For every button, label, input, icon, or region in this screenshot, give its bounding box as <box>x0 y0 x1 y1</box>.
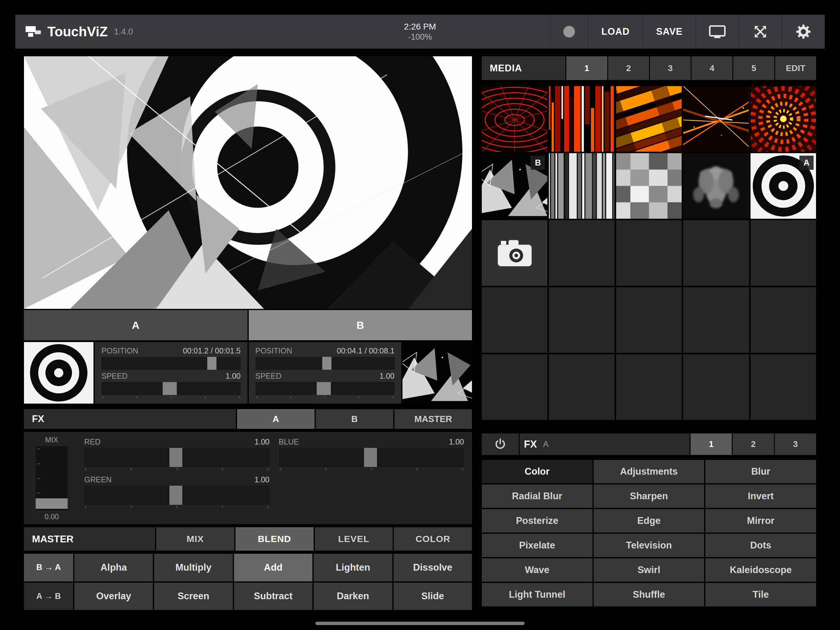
display-output-button[interactable] <box>695 15 739 49</box>
save-button[interactable]: SAVE <box>643 15 695 49</box>
slider-handle[interactable] <box>317 382 331 395</box>
media-empty-cell[interactable] <box>683 287 749 353</box>
media-tab-edit[interactable]: EDIT <box>775 56 816 80</box>
fx-channel-master-tab[interactable]: MASTER <box>395 409 472 429</box>
slider-handle[interactable] <box>36 499 68 509</box>
effect-light-tunnel[interactable]: Light Tunnel <box>482 583 592 606</box>
media-thumb-gray-bars[interactable] <box>549 153 614 219</box>
media-thumb-inkblot[interactable] <box>683 153 749 219</box>
deck-b-button[interactable]: B <box>249 310 472 340</box>
media-empty-cell[interactable] <box>482 287 547 353</box>
media-thumb-red-glitch-bars[interactable] <box>549 86 614 152</box>
blend-mode-add[interactable]: Add <box>234 554 313 581</box>
media-empty-cell[interactable] <box>683 355 749 420</box>
blend-mode-alpha[interactable]: Alpha <box>74 554 153 581</box>
blend-mode-overlay[interactable]: Overlay <box>74 583 153 610</box>
effect-shuffle[interactable]: Shuffle <box>594 583 704 606</box>
media-thumb-bullseye[interactable]: A <box>750 153 816 219</box>
routing-b-to-a-button[interactable]: B → A <box>24 554 73 581</box>
master-tab-color[interactable]: COLOR <box>394 527 472 551</box>
blend-mode-screen[interactable]: Screen <box>154 583 232 610</box>
media-empty-cell[interactable] <box>549 355 614 420</box>
slider-handle[interactable] <box>169 448 182 467</box>
effect-mirror[interactable]: Mirror <box>705 509 816 532</box>
media-empty-cell[interactable] <box>549 287 614 353</box>
effect-blur[interactable]: Blur <box>705 460 816 483</box>
media-empty-cell[interactable] <box>616 287 682 353</box>
blend-mode-subtract[interactable]: Subtract <box>234 583 313 610</box>
deck-b-position-slider[interactable] <box>256 357 395 370</box>
settings-button[interactable] <box>782 15 825 49</box>
media-tab-2[interactable]: 2 <box>608 56 649 80</box>
fx-power-button[interactable] <box>482 434 519 455</box>
green-slider[interactable] <box>84 486 270 505</box>
effect-television[interactable]: Television <box>594 534 704 557</box>
red-slider[interactable] <box>84 448 270 467</box>
effect-tile[interactable]: Tile <box>705 583 816 606</box>
mix-slider[interactable] <box>36 446 68 511</box>
media-empty-cell[interactable] <box>616 355 682 420</box>
master-tab-level[interactable]: LEVEL <box>315 527 393 551</box>
fullscreen-button[interactable] <box>739 15 782 49</box>
fx-page-1-tab[interactable]: 1 <box>691 434 732 455</box>
blend-mode-slide[interactable]: Slide <box>393 583 472 610</box>
media-tab-5[interactable]: 5 <box>733 56 774 80</box>
media-empty-cell[interactable] <box>549 220 614 286</box>
blend-mode-darken[interactable]: Darken <box>314 583 392 610</box>
slider-handle[interactable] <box>322 357 332 370</box>
blend-mode-lighten[interactable]: Lighten <box>314 554 392 581</box>
master-tab-mix[interactable]: MIX <box>156 527 234 551</box>
slider-handle[interactable] <box>207 357 216 370</box>
effect-swirl[interactable]: Swirl <box>594 558 704 582</box>
fx-page-2-tab[interactable]: 2 <box>733 434 774 455</box>
media-empty-cell[interactable] <box>482 355 547 420</box>
deck-a-thumbnail[interactable] <box>24 342 93 404</box>
deck-a-speed-slider[interactable] <box>101 382 241 395</box>
blue-slider[interactable] <box>279 448 464 467</box>
master-tab-blend[interactable]: BLEND <box>235 527 314 551</box>
slider-handle[interactable] <box>364 448 377 467</box>
blend-mode-multiply[interactable]: Multiply <box>154 554 232 581</box>
effect-sharpen[interactable]: Sharpen <box>594 484 704 508</box>
effect-pixelate[interactable]: Pixelate <box>482 534 592 557</box>
effect-edge[interactable]: Edge <box>594 509 704 532</box>
media-tab-3[interactable]: 3 <box>650 56 691 80</box>
media-thumb-red-wireframe[interactable] <box>482 86 547 152</box>
media-thumb-triangles[interactable]: B <box>482 153 547 219</box>
media-thumb-light-streaks[interactable] <box>683 86 749 152</box>
fx-channel-b-tab[interactable]: B <box>316 409 393 429</box>
media-empty-cell[interactable] <box>683 220 749 286</box>
slider-handle[interactable] <box>169 486 182 505</box>
deck-b-thumbnail[interactable] <box>403 342 472 404</box>
record-button[interactable] <box>550 15 588 49</box>
media-empty-cell[interactable] <box>750 287 816 353</box>
deck-a-button[interactable]: A <box>24 310 248 340</box>
media-tab-4[interactable]: 4 <box>692 56 733 80</box>
blend-mode-dissolve[interactable]: Dissolve <box>393 554 472 581</box>
media-empty-cell[interactable] <box>750 355 816 420</box>
deck-b-speed-slider[interactable] <box>256 382 395 395</box>
effect-dots[interactable]: Dots <box>705 534 816 557</box>
media-thumb-radial-dots[interactable] <box>750 86 816 152</box>
effect-radial-blur[interactable]: Radial Blur <box>482 484 592 508</box>
load-button[interactable]: LOAD <box>588 15 643 49</box>
effect-kaleidoscope[interactable]: Kaleidoscope <box>705 558 816 582</box>
media-thumb-gray-mosaic[interactable] <box>616 153 682 219</box>
slider-handle[interactable] <box>163 382 177 395</box>
effect-wave[interactable]: Wave <box>482 558 592 582</box>
fx-page-3-tab[interactable]: 3 <box>775 434 816 455</box>
media-thumb-orange-stripes[interactable] <box>616 86 682 152</box>
routing-a-to-b-button[interactable]: A → B <box>24 583 73 610</box>
fx-channel-a-tab[interactable]: A <box>237 409 314 429</box>
deck-a-position-slider[interactable] <box>101 357 241 370</box>
effect-invert[interactable]: Invert <box>705 484 816 508</box>
media-empty-cell[interactable] <box>616 220 682 286</box>
output-preview[interactable] <box>24 56 472 309</box>
media-capture-cell[interactable] <box>482 220 547 286</box>
home-indicator[interactable] <box>316 622 524 625</box>
effect-posterize[interactable]: Posterize <box>482 509 592 532</box>
effect-color[interactable]: Color <box>482 460 592 483</box>
media-empty-cell[interactable] <box>750 220 816 286</box>
media-tab-1[interactable]: 1 <box>566 56 607 80</box>
effect-adjustments[interactable]: Adjustments <box>594 460 704 483</box>
